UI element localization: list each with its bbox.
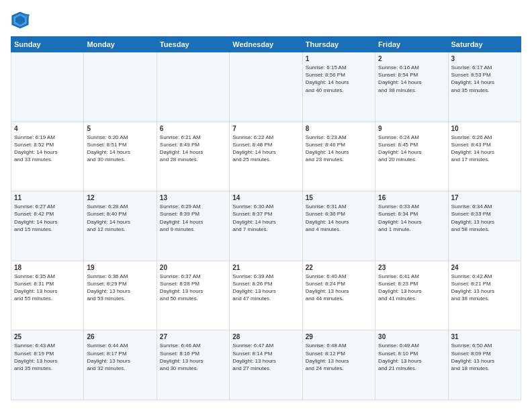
day-number: 8 [306, 125, 372, 132]
day-number: 1 [306, 55, 372, 62]
day-number: 13 [160, 194, 226, 201]
header-day-saturday: Saturday [448, 37, 521, 52]
calendar-cell: 1Sunrise: 6:15 AM Sunset: 8:56 PM Daylig… [302, 52, 375, 122]
day-info: Sunrise: 6:30 AM Sunset: 8:37 PM Dayligh… [232, 203, 275, 232]
header-row: SundayMondayTuesdayWednesdayThursdayFrid… [11, 37, 521, 52]
day-info: Sunrise: 6:50 AM Sunset: 8:09 PM Dayligh… [451, 342, 494, 371]
header-day-friday: Friday [375, 37, 448, 52]
day-info: Sunrise: 6:26 AM Sunset: 8:43 PM Dayligh… [451, 134, 494, 163]
calendar-cell: 9Sunrise: 6:24 AM Sunset: 8:45 PM Daylig… [375, 122, 448, 191]
calendar-body: 1Sunrise: 6:15 AM Sunset: 8:56 PM Daylig… [11, 52, 521, 400]
day-number: 11 [14, 194, 81, 201]
calendar-cell: 31Sunrise: 6:50 AM Sunset: 8:09 PM Dayli… [448, 330, 521, 400]
day-info: Sunrise: 6:29 AM Sunset: 8:39 PM Dayligh… [160, 203, 203, 232]
header-day-sunday: Sunday [11, 37, 84, 52]
calendar-cell [157, 52, 229, 122]
day-info: Sunrise: 6:42 AM Sunset: 8:21 PM Dayligh… [451, 273, 494, 302]
day-info: Sunrise: 6:36 AM Sunset: 8:29 PM Dayligh… [87, 273, 130, 302]
day-info: Sunrise: 6:35 AM Sunset: 8:31 PM Dayligh… [14, 273, 57, 302]
day-info: Sunrise: 6:40 AM Sunset: 8:24 PM Dayligh… [306, 273, 349, 302]
day-number: 4 [14, 125, 81, 132]
day-info: Sunrise: 6:31 AM Sunset: 8:36 PM Dayligh… [306, 203, 349, 232]
day-number: 2 [378, 55, 445, 62]
day-info: Sunrise: 6:27 AM Sunset: 8:42 PM Dayligh… [14, 203, 57, 232]
day-number: 24 [451, 264, 518, 271]
header-day-thursday: Thursday [302, 37, 375, 52]
day-number: 28 [232, 333, 299, 340]
calendar-table: SundayMondayTuesdayWednesdayThursdayFrid… [11, 36, 521, 400]
day-info: Sunrise: 6:19 AM Sunset: 8:52 PM Dayligh… [14, 134, 57, 163]
calendar-cell: 19Sunrise: 6:36 AM Sunset: 8:29 PM Dayli… [84, 261, 157, 330]
day-info: Sunrise: 6:15 AM Sunset: 8:56 PM Dayligh… [306, 64, 349, 93]
week-row-0: 1Sunrise: 6:15 AM Sunset: 8:56 PM Daylig… [11, 52, 521, 122]
day-number: 30 [378, 333, 445, 340]
day-info: Sunrise: 6:21 AM Sunset: 8:49 PM Dayligh… [160, 134, 203, 163]
calendar-cell: 22Sunrise: 6:40 AM Sunset: 8:24 PM Dayli… [302, 261, 375, 330]
header-day-tuesday: Tuesday [157, 37, 229, 52]
week-row-3: 18Sunrise: 6:35 AM Sunset: 8:31 PM Dayli… [11, 261, 521, 330]
day-number: 9 [378, 125, 445, 132]
week-row-1: 4Sunrise: 6:19 AM Sunset: 8:52 PM Daylig… [11, 122, 521, 191]
day-info: Sunrise: 6:34 AM Sunset: 8:33 PM Dayligh… [451, 203, 494, 232]
day-info: Sunrise: 6:44 AM Sunset: 8:17 PM Dayligh… [87, 342, 130, 371]
day-number: 12 [87, 194, 153, 201]
day-info: Sunrise: 6:22 AM Sunset: 8:48 PM Dayligh… [232, 134, 275, 163]
calendar-cell: 3Sunrise: 6:17 AM Sunset: 8:53 PM Daylig… [448, 52, 521, 122]
day-number: 10 [451, 125, 518, 132]
day-number: 21 [232, 264, 299, 271]
day-info: Sunrise: 6:48 AM Sunset: 8:12 PM Dayligh… [306, 342, 349, 371]
calendar-cell: 15Sunrise: 6:31 AM Sunset: 8:36 PM Dayli… [302, 191, 375, 261]
day-number: 27 [160, 333, 226, 340]
day-number: 31 [451, 333, 518, 340]
header-day-wednesday: Wednesday [230, 37, 302, 52]
calendar-cell: 17Sunrise: 6:34 AM Sunset: 8:33 PM Dayli… [448, 191, 521, 261]
day-info: Sunrise: 6:33 AM Sunset: 8:34 PM Dayligh… [378, 203, 421, 232]
calendar-cell: 11Sunrise: 6:27 AM Sunset: 8:42 PM Dayli… [11, 191, 84, 261]
calendar-cell: 27Sunrise: 6:46 AM Sunset: 8:16 PM Dayli… [157, 330, 229, 400]
day-number: 23 [378, 264, 445, 271]
day-number: 17 [451, 194, 518, 201]
day-number: 3 [451, 55, 518, 62]
day-number: 15 [306, 194, 372, 201]
day-number: 16 [378, 194, 445, 201]
calendar-cell: 24Sunrise: 6:42 AM Sunset: 8:21 PM Dayli… [448, 261, 521, 330]
calendar-cell: 28Sunrise: 6:47 AM Sunset: 8:14 PM Dayli… [230, 330, 302, 400]
logo [11, 11, 32, 30]
day-info: Sunrise: 6:41 AM Sunset: 8:23 PM Dayligh… [378, 273, 421, 302]
calendar-cell: 16Sunrise: 6:33 AM Sunset: 8:34 PM Dayli… [375, 191, 448, 261]
day-info: Sunrise: 6:17 AM Sunset: 8:53 PM Dayligh… [451, 64, 494, 93]
calendar-cell: 14Sunrise: 6:30 AM Sunset: 8:37 PM Dayli… [230, 191, 302, 261]
calendar-cell: 7Sunrise: 6:22 AM Sunset: 8:48 PM Daylig… [230, 122, 302, 191]
calendar-cell [84, 52, 157, 122]
calendar-cell: 21Sunrise: 6:39 AM Sunset: 8:26 PM Dayli… [230, 261, 302, 330]
day-info: Sunrise: 6:39 AM Sunset: 8:26 PM Dayligh… [232, 273, 275, 302]
header-day-monday: Monday [84, 37, 157, 52]
day-number: 26 [87, 333, 153, 340]
calendar-cell: 4Sunrise: 6:19 AM Sunset: 8:52 PM Daylig… [11, 122, 84, 191]
day-number: 22 [306, 264, 372, 271]
day-info: Sunrise: 6:47 AM Sunset: 8:14 PM Dayligh… [232, 342, 275, 371]
day-info: Sunrise: 6:23 AM Sunset: 8:46 PM Dayligh… [306, 134, 349, 163]
day-number: 18 [14, 264, 81, 271]
day-info: Sunrise: 6:37 AM Sunset: 8:28 PM Dayligh… [160, 273, 203, 302]
calendar-cell: 5Sunrise: 6:20 AM Sunset: 8:51 PM Daylig… [84, 122, 157, 191]
day-info: Sunrise: 6:20 AM Sunset: 8:51 PM Dayligh… [87, 134, 130, 163]
day-info: Sunrise: 6:43 AM Sunset: 8:19 PM Dayligh… [14, 342, 57, 371]
day-number: 25 [14, 333, 81, 340]
calendar-cell: 6Sunrise: 6:21 AM Sunset: 8:49 PM Daylig… [157, 122, 229, 191]
day-info: Sunrise: 6:49 AM Sunset: 8:10 PM Dayligh… [378, 342, 421, 371]
calendar-cell: 12Sunrise: 6:28 AM Sunset: 8:40 PM Dayli… [84, 191, 157, 261]
day-info: Sunrise: 6:16 AM Sunset: 8:54 PM Dayligh… [378, 64, 421, 93]
calendar-cell: 13Sunrise: 6:29 AM Sunset: 8:39 PM Dayli… [157, 191, 229, 261]
calendar-cell: 2Sunrise: 6:16 AM Sunset: 8:54 PM Daylig… [375, 52, 448, 122]
calendar-cell: 23Sunrise: 6:41 AM Sunset: 8:23 PM Dayli… [375, 261, 448, 330]
calendar-cell [11, 52, 84, 122]
logo-icon [11, 11, 30, 30]
calendar-cell: 8Sunrise: 6:23 AM Sunset: 8:46 PM Daylig… [302, 122, 375, 191]
calendar-cell: 10Sunrise: 6:26 AM Sunset: 8:43 PM Dayli… [448, 122, 521, 191]
calendar-cell: 26Sunrise: 6:44 AM Sunset: 8:17 PM Dayli… [84, 330, 157, 400]
calendar-cell [230, 52, 302, 122]
day-number: 20 [160, 264, 226, 271]
header [11, 11, 521, 30]
day-info: Sunrise: 6:24 AM Sunset: 8:45 PM Dayligh… [378, 134, 421, 163]
